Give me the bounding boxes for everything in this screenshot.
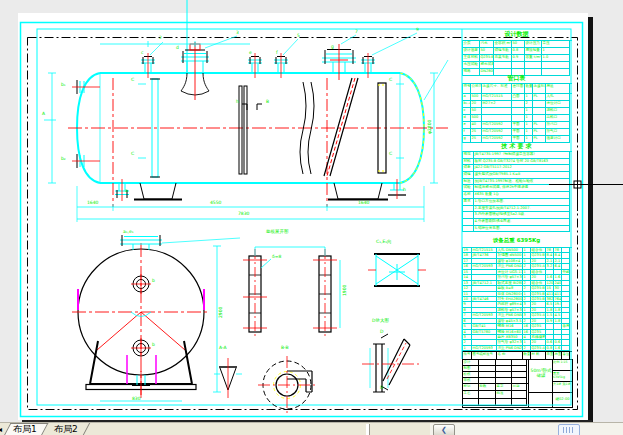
- annotation-label: 1640: [87, 201, 98, 206]
- scroll-thumb[interactable]: [558, 424, 580, 435]
- annotation-label: 2: [159, 36, 162, 41]
- annotation-label: C: [131, 152, 134, 157]
- annotation-label: h: [403, 188, 406, 193]
- reinforcement-pad-top: [131, 274, 151, 294]
- tab-layout2[interactable]: 布局2: [54, 424, 78, 435]
- annotation-label: A-A: [219, 346, 227, 351]
- annotation-label: 7: [355, 30, 358, 35]
- annotation-label: C₁,E₁向: [376, 240, 392, 245]
- nozzle-assembly-g: [322, 44, 356, 80]
- annotation-label: e: [249, 51, 252, 56]
- annotation-label: C: [131, 78, 134, 83]
- pad-plate-details: [243, 247, 340, 339]
- annotation-label: 垫板展开图: [266, 230, 289, 235]
- annotation-label: f: [276, 51, 278, 56]
- saddle-supports: [134, 183, 388, 200]
- tab-layout1[interactable]: 布局1: [13, 424, 37, 435]
- annotation-label: 9: [416, 28, 419, 33]
- dimension-lines: [44, 33, 448, 222]
- annotation-label: 1900: [343, 285, 348, 296]
- saddle-plan-detail: [368, 254, 426, 286]
- internal-parts: [138, 78, 404, 177]
- annotation-label: B-B: [281, 346, 289, 351]
- annotation-label: C: [389, 152, 392, 157]
- reinforcement-pad-bottom: [131, 338, 151, 358]
- sheet-frames: [21, 23, 583, 417]
- annotation-label: 2900: [219, 307, 224, 318]
- tab-scroll-left-icon[interactable]: ◂: [0, 425, 2, 434]
- layout-tab-bar: ◂ 布局1 布局2 ❮: [0, 422, 623, 435]
- annotation-label: D: [380, 386, 383, 391]
- crosshair-cursor: [549, 159, 623, 211]
- annotation-label: b₁: [61, 83, 66, 88]
- annotation-label: h: [236, 100, 239, 105]
- annotation-label: d: [176, 46, 179, 51]
- annotation-label: B: [266, 100, 269, 105]
- annotation-label: 1640: [358, 201, 369, 206]
- tab-separator: [83, 423, 90, 435]
- tab-scrollbar-splitter[interactable]: [366, 424, 370, 435]
- annotation-label: a: [125, 189, 128, 194]
- annotation-label: b: [152, 279, 155, 284]
- end-view: [72, 235, 240, 401]
- bracket-detail: [362, 334, 420, 392]
- annotation-label: δ=8: [272, 255, 281, 260]
- annotation-label: 830: [132, 397, 141, 402]
- annotation-label: φ2800: [428, 120, 433, 134]
- annotation-label: 3: [236, 31, 239, 36]
- annotation-label: a₁,e₁: [123, 230, 134, 235]
- annotation-label: g: [331, 45, 334, 50]
- annotation-label: A: [42, 112, 45, 117]
- annotation-label: C: [389, 78, 392, 83]
- detail-views: [214, 247, 426, 414]
- drawing-viewport[interactable]: [0, 0, 623, 435]
- annotation-label: D放大图: [372, 319, 389, 324]
- annotation-label: 4550: [210, 201, 221, 206]
- autocad-layout-canvas: 设计数据 介质污水全容积 m³50设计压力常压设计温度 ℃50焊缝系数0.8腐蚀…: [0, 0, 623, 435]
- annotation-label: 7830: [238, 212, 249, 217]
- annotation-label: 5: [297, 34, 300, 39]
- horizontal-scrollbar[interactable]: ❮: [430, 423, 623, 435]
- scroll-left-button[interactable]: ❮: [433, 424, 455, 435]
- annotation-label: D: [380, 330, 383, 335]
- elevation-view: [44, 0, 448, 222]
- scroll-thumb-grip-icon: [563, 427, 574, 433]
- manhole-nozzle: [181, 0, 209, 100]
- annotation-label: b: [152, 343, 155, 348]
- scroll-left-arrow-icon: ❮: [441, 426, 447, 434]
- annotation-label: b₂: [61, 157, 66, 162]
- annotation-label: c: [141, 51, 143, 56]
